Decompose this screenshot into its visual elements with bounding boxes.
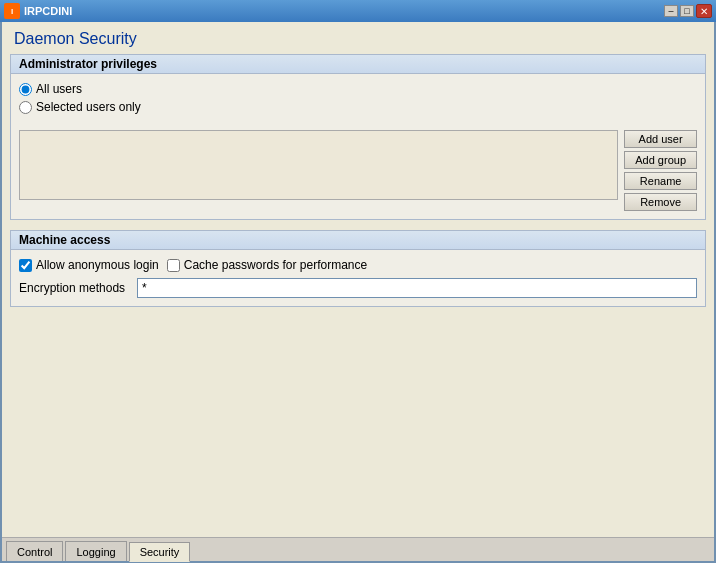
radio-all-users-label: All users bbox=[36, 82, 82, 96]
radio-all-users[interactable]: All users bbox=[19, 82, 697, 96]
minimize-button[interactable]: – bbox=[664, 5, 678, 17]
allow-anon-checkbox[interactable] bbox=[19, 259, 32, 272]
admin-section-header: Administrator privileges bbox=[11, 55, 705, 74]
add-user-button[interactable]: Add user bbox=[624, 130, 697, 148]
users-buttons: Add user Add group Rename Remove bbox=[624, 130, 697, 211]
users-section-body: Add user Add group Rename Remove bbox=[11, 122, 705, 219]
radio-group: All users Selected users only bbox=[19, 82, 697, 114]
titlebar-title: IRPCDINI bbox=[24, 5, 660, 17]
cache-pwd-label: Cache passwords for performance bbox=[184, 258, 367, 272]
content-area: Administrator privileges All users Selec… bbox=[2, 54, 714, 537]
encryption-row: Encryption methods bbox=[19, 278, 697, 298]
close-button[interactable]: ✕ bbox=[696, 4, 712, 18]
app-icon: I bbox=[4, 3, 20, 19]
radio-all-users-input[interactable] bbox=[19, 83, 32, 96]
add-group-button[interactable]: Add group bbox=[624, 151, 697, 169]
tab-logging[interactable]: Logging bbox=[65, 541, 126, 561]
tab-bar: Control Logging Security bbox=[2, 537, 714, 561]
titlebar-controls: – □ ✕ bbox=[664, 4, 712, 18]
remove-button[interactable]: Remove bbox=[624, 193, 697, 211]
radio-selected-users-label: Selected users only bbox=[36, 100, 141, 114]
admin-section: Administrator privileges All users Selec… bbox=[10, 54, 706, 220]
radio-selected-users-input[interactable] bbox=[19, 101, 32, 114]
allow-anon-checkbox-label[interactable]: Allow anonymous login bbox=[19, 258, 159, 272]
machine-section-body: Allow anonymous login Cache passwords fo… bbox=[11, 250, 705, 306]
admin-section-body: All users Selected users only bbox=[11, 74, 705, 122]
encryption-input[interactable] bbox=[137, 278, 697, 298]
rename-button[interactable]: Rename bbox=[624, 172, 697, 190]
allow-anon-label: Allow anonymous login bbox=[36, 258, 159, 272]
tab-control[interactable]: Control bbox=[6, 541, 63, 561]
radio-selected-users[interactable]: Selected users only bbox=[19, 100, 697, 114]
users-list[interactable] bbox=[19, 130, 618, 200]
machine-checkboxes-row: Allow anonymous login Cache passwords fo… bbox=[19, 258, 697, 272]
tab-security[interactable]: Security bbox=[129, 542, 191, 562]
encryption-label: Encryption methods bbox=[19, 281, 129, 295]
machine-section-header: Machine access bbox=[11, 231, 705, 250]
titlebar: I IRPCDINI – □ ✕ bbox=[0, 0, 716, 22]
main-window: Daemon Security Administrator privileges… bbox=[0, 22, 716, 563]
maximize-button[interactable]: □ bbox=[680, 5, 694, 17]
page-title: Daemon Security bbox=[2, 22, 714, 54]
machine-section: Machine access Allow anonymous login Cac… bbox=[10, 230, 706, 307]
cache-pwd-checkbox-label[interactable]: Cache passwords for performance bbox=[167, 258, 367, 272]
cache-pwd-checkbox[interactable] bbox=[167, 259, 180, 272]
